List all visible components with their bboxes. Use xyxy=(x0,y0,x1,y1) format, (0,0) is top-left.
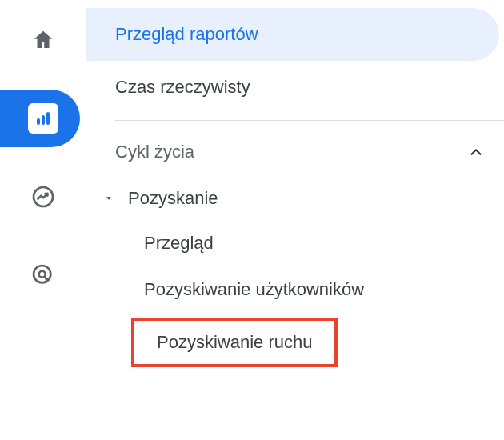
svg-rect-0 xyxy=(37,118,40,125)
nav-traffic-acquisition[interactable]: Pozyskiwanie ruchu xyxy=(131,318,338,367)
reports-nav-panel: Przegląd raportów Czas rzeczywisty Cykl … xyxy=(86,0,504,440)
bar-chart-icon xyxy=(28,103,58,134)
caret-down-icon xyxy=(102,193,115,204)
rail-home[interactable] xyxy=(0,14,86,66)
section-lifecycle[interactable]: Cykl życia xyxy=(86,127,504,177)
trend-circle-icon xyxy=(30,183,57,210)
nav-realtime[interactable]: Czas rzeczywisty xyxy=(86,61,499,114)
home-icon xyxy=(30,26,57,54)
target-click-icon xyxy=(30,262,57,289)
rail-explore[interactable] xyxy=(0,171,86,222)
chevron-up-icon xyxy=(467,143,485,161)
nav-acquisition-overview[interactable]: Przegląd xyxy=(86,220,504,266)
svg-rect-1 xyxy=(42,115,45,125)
nav-acquisition-label: Pozyskanie xyxy=(128,188,218,209)
svg-rect-2 xyxy=(46,112,50,125)
icon-rail xyxy=(0,0,86,440)
divider xyxy=(115,120,504,121)
nav-acquisition[interactable]: Pozyskanie xyxy=(86,177,504,220)
nav-reports-overview[interactable]: Przegląd raportów xyxy=(86,8,499,61)
rail-advertising[interactable] xyxy=(0,250,86,301)
nav-user-acquisition[interactable]: Pozyskiwanie użytkowników xyxy=(86,266,504,313)
rail-reports[interactable] xyxy=(0,93,86,144)
section-lifecycle-label: Cykl życia xyxy=(115,142,194,162)
